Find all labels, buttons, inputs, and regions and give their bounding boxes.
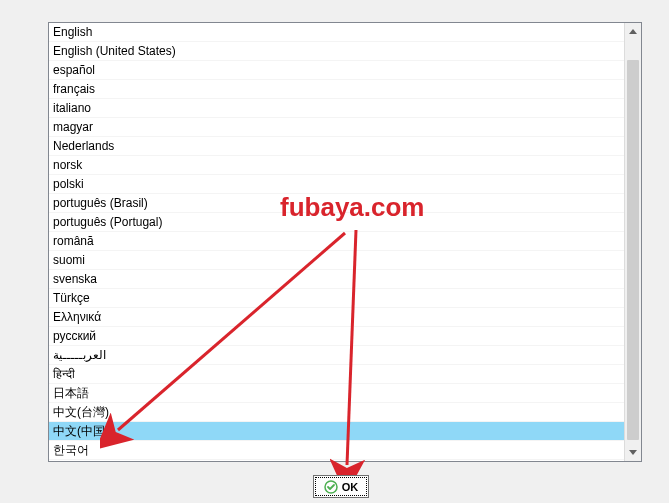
language-item[interactable]: English xyxy=(49,23,624,42)
language-item[interactable]: polski xyxy=(49,175,624,194)
language-item[interactable]: 日本語 xyxy=(49,384,624,403)
language-item[interactable]: Ελληνικά xyxy=(49,308,624,327)
language-item[interactable]: español xyxy=(49,61,624,80)
scroll-thumb[interactable] xyxy=(627,60,639,440)
scroll-track[interactable] xyxy=(625,40,641,444)
scrollbar[interactable] xyxy=(624,23,641,461)
language-item[interactable]: 한국어 xyxy=(49,441,624,460)
language-item[interactable]: português (Brasil) xyxy=(49,194,624,213)
language-item[interactable]: italiano xyxy=(49,99,624,118)
language-item[interactable]: português (Portugal) xyxy=(49,213,624,232)
language-listbox[interactable]: EnglishEnglish (United States)españolfra… xyxy=(48,22,642,462)
language-item[interactable]: suomi xyxy=(49,251,624,270)
language-item[interactable]: svenska xyxy=(49,270,624,289)
ok-button-label: OK xyxy=(342,481,359,493)
language-item[interactable]: français xyxy=(49,80,624,99)
language-item[interactable]: 中文(台灣) xyxy=(49,403,624,422)
language-list-inner: EnglishEnglish (United States)españolfra… xyxy=(49,23,624,461)
language-item[interactable]: 中文(中国) xyxy=(49,422,624,441)
language-item[interactable]: हिन्दी xyxy=(49,365,624,384)
language-item[interactable]: Nederlands xyxy=(49,137,624,156)
scroll-down-button[interactable] xyxy=(625,444,641,461)
ok-button[interactable]: OK xyxy=(313,475,369,498)
language-item[interactable]: Türkçe xyxy=(49,289,624,308)
language-item[interactable]: русский xyxy=(49,327,624,346)
language-item[interactable]: română xyxy=(49,232,624,251)
language-item[interactable]: magyar xyxy=(49,118,624,137)
language-item[interactable]: العربـــــية xyxy=(49,346,624,365)
language-item[interactable]: English (United States) xyxy=(49,42,624,61)
check-circle-icon xyxy=(324,480,338,494)
scroll-up-button[interactable] xyxy=(625,23,641,40)
language-item[interactable]: norsk xyxy=(49,156,624,175)
